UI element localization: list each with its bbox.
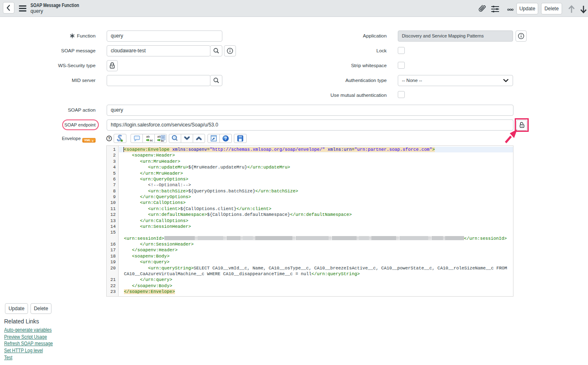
svg-text:ac: ac — [150, 138, 153, 142]
svg-text:?: ? — [108, 136, 110, 140]
svg-text:ab: ab — [157, 135, 161, 138]
svg-text:?: ? — [224, 136, 227, 141]
svg-text:ab: ab — [146, 135, 149, 138]
svg-text:ac: ac — [161, 139, 164, 143]
